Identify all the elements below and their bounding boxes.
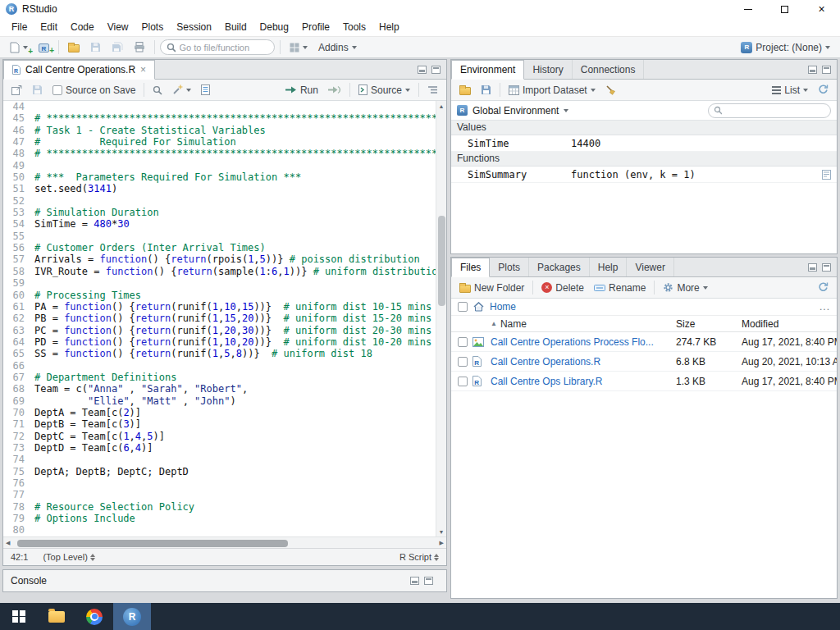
clear-workspace-button[interactable] xyxy=(601,83,620,97)
menu-profile[interactable]: Profile xyxy=(295,19,336,35)
environment-object-SimTime[interactable]: SimTime14400 xyxy=(451,135,837,152)
code-line-64[interactable]: 64PD = function() {return(runif(1,10,20)… xyxy=(3,336,446,348)
code-line-72[interactable]: 72DeptC = Team[c(1,4,5)] xyxy=(3,431,446,442)
code-line-56[interactable]: 56# Customer Orders (Inter Arrival Times… xyxy=(3,242,446,253)
row-checkbox[interactable] xyxy=(458,377,468,386)
code-line-55[interactable]: 55 xyxy=(3,231,446,242)
line-number[interactable]: 71 xyxy=(3,418,34,430)
line-number[interactable]: 80 xyxy=(3,524,34,536)
menu-session[interactable]: Session xyxy=(170,19,218,35)
line-number[interactable]: 58 xyxy=(3,266,34,277)
scroll-right-icon[interactable]: ▶ xyxy=(440,538,444,548)
line-number[interactable]: 68 xyxy=(3,383,34,395)
code-line-73[interactable]: 73DeptD = Team[c(6,4)] xyxy=(3,442,446,454)
code-line-49[interactable]: 49 xyxy=(3,160,446,171)
code-line-45[interactable]: 45# ************************************… xyxy=(3,112,446,124)
view-function-icon[interactable] xyxy=(822,170,831,180)
pane-minimize-button[interactable] xyxy=(808,263,817,272)
line-number[interactable]: 60 xyxy=(3,290,34,301)
code-line-48[interactable]: 48# ************************************… xyxy=(3,148,446,159)
rerun-button[interactable] xyxy=(324,84,345,96)
code-line-50[interactable]: 50# *** Parameters Required For Simulati… xyxy=(3,171,446,183)
code-line-57[interactable]: 57Arrivals = function() {return(rpois(1,… xyxy=(3,253,446,265)
document-outline-button[interactable] xyxy=(423,84,442,96)
file-row[interactable]: RCall Centre Operations.R6.8 KBAug 20, 2… xyxy=(451,352,837,372)
files-tab-files[interactable]: Files xyxy=(451,258,490,277)
line-number[interactable]: 56 xyxy=(3,242,34,253)
line-number[interactable]: 77 xyxy=(3,489,34,500)
line-number[interactable]: 55 xyxy=(3,231,34,242)
line-number[interactable]: 54 xyxy=(3,218,34,230)
horizontal-scrollbar[interactable]: ◀ ▶ xyxy=(3,536,446,548)
source-button[interactable]: Source xyxy=(354,83,414,98)
line-number[interactable]: 76 xyxy=(3,477,34,489)
menu-debug[interactable]: Debug xyxy=(253,19,295,35)
code-line-60[interactable]: 60# Processing Times xyxy=(3,290,446,301)
menu-code[interactable]: Code xyxy=(64,19,101,35)
code-line-44[interactable]: 44 xyxy=(3,101,446,112)
line-number[interactable]: 50 xyxy=(3,171,34,183)
breadcrumb-overflow[interactable]: ... xyxy=(819,301,830,313)
taskbar-rstudio[interactable]: R xyxy=(113,603,151,630)
line-number[interactable]: 74 xyxy=(3,454,34,465)
line-number[interactable]: 44 xyxy=(3,101,34,112)
line-number[interactable]: 46 xyxy=(3,125,34,136)
menu-tools[interactable]: Tools xyxy=(336,19,372,35)
code-line-75[interactable]: 75DeptA; DeptB; DeptC; DeptD xyxy=(3,466,446,477)
code-line-63[interactable]: 63PC = function() {return(runif(1,20,30)… xyxy=(3,325,446,336)
refresh-button[interactable] xyxy=(814,83,833,97)
line-number[interactable]: 49 xyxy=(3,160,34,171)
save-button[interactable] xyxy=(86,40,105,54)
breadcrumb-home[interactable]: Home xyxy=(490,301,516,313)
code-line-77[interactable]: 77 xyxy=(3,489,446,500)
files-tab-viewer[interactable]: Viewer xyxy=(627,258,673,276)
pane-maximize-button[interactable] xyxy=(822,66,831,74)
code-line-51[interactable]: 51set.seed(3141) xyxy=(3,183,446,194)
line-number[interactable]: 48 xyxy=(3,148,34,159)
line-number[interactable]: 69 xyxy=(3,395,34,407)
select-all-checkbox[interactable] xyxy=(458,302,468,312)
line-number[interactable]: 75 xyxy=(3,466,34,477)
code-line-74[interactable]: 74 xyxy=(3,454,446,465)
goto-file-input[interactable] xyxy=(180,43,269,52)
column-header-modified[interactable]: Modified xyxy=(742,318,837,330)
column-header-size[interactable]: Size xyxy=(676,318,742,330)
new-project-button[interactable]: R + xyxy=(34,40,53,54)
environment-search[interactable] xyxy=(708,103,831,118)
menu-build[interactable]: Build xyxy=(218,19,253,35)
close-button[interactable]: × xyxy=(803,0,840,18)
close-tab-icon[interactable]: × xyxy=(140,65,146,75)
scroll-down-icon[interactable]: ▼ xyxy=(439,527,445,536)
menu-edit[interactable]: Edit xyxy=(34,19,64,35)
start-button[interactable] xyxy=(0,603,38,630)
file-row[interactable]: Call Centre Operations Process Flo...274… xyxy=(451,332,837,352)
scroll-left-icon[interactable]: ◀ xyxy=(6,538,10,548)
line-number[interactable]: 61 xyxy=(3,301,34,313)
code-tools-button[interactable] xyxy=(168,83,195,97)
environment-search-input[interactable] xyxy=(725,106,825,116)
line-number[interactable]: 73 xyxy=(3,442,34,454)
more-button[interactable]: More xyxy=(659,281,711,295)
environment-object-SimSummary[interactable]: SimSummaryfunction (env, k = 1) xyxy=(451,167,837,183)
code-line-70[interactable]: 70DeptA = Team[c(2)] xyxy=(3,407,446,418)
global-environment-selector[interactable]: Global Environment xyxy=(472,105,559,116)
code-line-46[interactable]: 46# Task 1 - Create Statistical Variable… xyxy=(3,125,446,136)
line-number[interactable]: 70 xyxy=(3,407,34,418)
load-workspace-button[interactable] xyxy=(455,83,475,97)
line-number[interactable]: 63 xyxy=(3,325,34,336)
pane-minimize-button[interactable] xyxy=(410,577,419,585)
vertical-scroll-thumb[interactable] xyxy=(438,216,445,306)
code-line-68[interactable]: 68Team = c("Anna" , "Sarah", "Robert", xyxy=(3,383,446,395)
environment-tab-history[interactable]: History xyxy=(524,60,572,79)
taskbar-chrome[interactable] xyxy=(75,603,113,630)
column-header-name[interactable]: ▲ Name xyxy=(491,318,676,330)
line-number[interactable]: 79 xyxy=(3,513,34,524)
code-line-80[interactable]: 80 xyxy=(3,524,446,536)
file-name-link[interactable]: Call Centre Operations Process Flo... xyxy=(491,336,676,348)
rename-button[interactable]: Rename xyxy=(590,281,650,295)
taskbar-file-explorer[interactable] xyxy=(38,603,75,630)
refresh-button[interactable] xyxy=(814,281,833,294)
pane-maximize-button[interactable] xyxy=(424,577,433,585)
compile-report-button[interactable] xyxy=(197,83,214,97)
new-folder-button[interactable]: New Folder xyxy=(455,281,528,295)
